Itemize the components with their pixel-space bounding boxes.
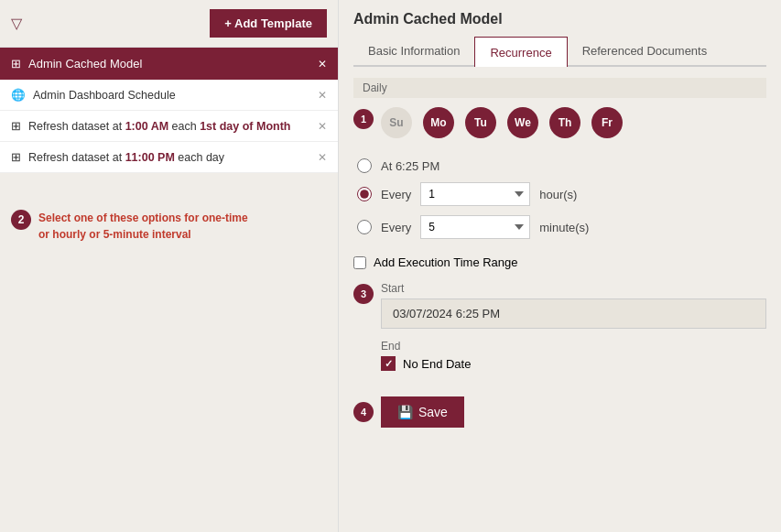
right-content: Daily 1 Su Mo Tu We Th Fr At 6:25 PM Eve… [339,67,781,532]
page-title: Admin Cached Model [353,11,766,27]
execution-time-range-checkbox[interactable] [353,256,366,269]
tab-recurrence[interactable]: Recurrence [474,37,567,67]
annotation-2-text: Select one of these options for one-time… [38,210,248,243]
section-label-daily: Daily [353,78,766,98]
annotation-2-area: 2 Select one of these options for one-ti… [0,201,338,252]
option-at-time-radio[interactable] [357,158,372,173]
execution-time-range-row: Add Execution Time Range [353,255,766,269]
sidebar-item-close-2[interactable]: ✕ [318,151,327,164]
step-3-badge: 3 [353,284,374,304]
step-1-row: 1 Su Mo Tu We Th Fr [353,107,766,138]
option-at-time-row: At 6:25 PM [353,158,766,173]
save-section: 4 💾 Save [353,396,766,428]
sidebar-active-item[interactable]: ⊞ Admin Cached Model ✕ [0,48,338,80]
tab-basic-information[interactable]: Basic Information [353,37,474,65]
add-template-button[interactable]: + Add Template [210,9,327,38]
step-4-badge: 4 [353,402,374,422]
filter-icon[interactable]: ▽ [11,15,22,32]
step-2-badge: 2 [11,210,31,230]
day-th-button[interactable]: Th [549,107,580,138]
option-every-minute-label: Every [381,221,411,234]
option-every-minute-row: Every 5 10 15 30 minute(s) [353,215,766,239]
globe-icon-0: 🌐 [11,88,26,102]
tab-referenced-documents[interactable]: Referenced Documents [568,37,722,65]
end-label: End [381,340,766,353]
right-header: Admin Cached Model Basic Information Rec… [339,0,781,67]
start-label: Start [381,282,766,295]
sidebar-item-label-1: Refresh dataset at 1:00 AM each 1st day … [28,120,290,133]
save-button-label: Save [418,405,448,419]
option-every-hour-row: Every 1 2 3 6 12 hour(s) [353,182,766,206]
tabs-row: Basic Information Recurrence Referenced … [353,37,766,67]
hour-unit-label: hour(s) [539,188,577,201]
start-date-field[interactable]: 03/07/2024 6:25 PM [381,299,766,329]
option-every-hour-radio[interactable] [357,187,372,201]
option-at-time-label: At 6:25 PM [381,159,439,173]
days-row: Su Mo Tu We Th Fr [381,107,623,138]
minute-select[interactable]: 5 10 15 30 [420,215,530,239]
left-header: ▽ + Add Template [0,0,338,48]
day-we-button[interactable]: We [507,107,538,138]
active-item-icon: ⊞ [11,57,21,71]
active-item-close-button[interactable]: ✕ [318,58,327,71]
sidebar-item-close-0[interactable]: ✕ [318,89,327,102]
sidebar-item-label-2: Refresh dataset at 11:00 PM each day [28,151,224,164]
active-item-label: Admin Cached Model [28,57,142,71]
day-mo-button[interactable]: Mo [423,107,454,138]
sidebar-item-label-0: Admin Dashboard Schedule [33,89,176,102]
grid-icon-2: ⊞ [11,150,21,164]
right-panel: Admin Cached Model Basic Information Rec… [339,0,781,532]
save-icon: 💾 [397,405,413,419]
grid-icon-1: ⊞ [11,119,21,133]
execution-time-range-label: Add Execution Time Range [374,255,518,269]
sidebar-item-0[interactable]: 🌐 Admin Dashboard Schedule ✕ [0,80,338,111]
day-su-button[interactable]: Su [381,107,412,138]
option-every-hour-label: Every [381,188,411,201]
no-end-date-checkbox[interactable] [381,356,396,371]
left-panel: ▽ + Add Template ⊞ Admin Cached Model ✕ … [0,0,339,532]
no-end-date-row: No End Date [381,356,766,371]
sidebar-item-1[interactable]: ⊞ Refresh dataset at 1:00 AM each 1st da… [0,111,338,142]
option-every-minute-radio[interactable] [357,220,372,234]
no-end-date-label: No End Date [403,357,471,371]
save-button[interactable]: 💾 Save [381,396,464,428]
sidebar-item-2[interactable]: ⊞ Refresh dataset at 11:00 PM each day ✕ [0,142,338,173]
step-3-row: 3 Start 03/07/2024 6:25 PM End No End Da… [353,282,766,371]
sidebar-item-close-1[interactable]: ✕ [318,120,327,133]
minute-unit-label: minute(s) [539,221,589,234]
day-fr-button[interactable]: Fr [591,107,623,138]
day-tu-button[interactable]: Tu [465,107,496,138]
hour-select[interactable]: 1 2 3 6 12 [420,182,530,206]
step-1-badge: 1 [353,109,374,129]
